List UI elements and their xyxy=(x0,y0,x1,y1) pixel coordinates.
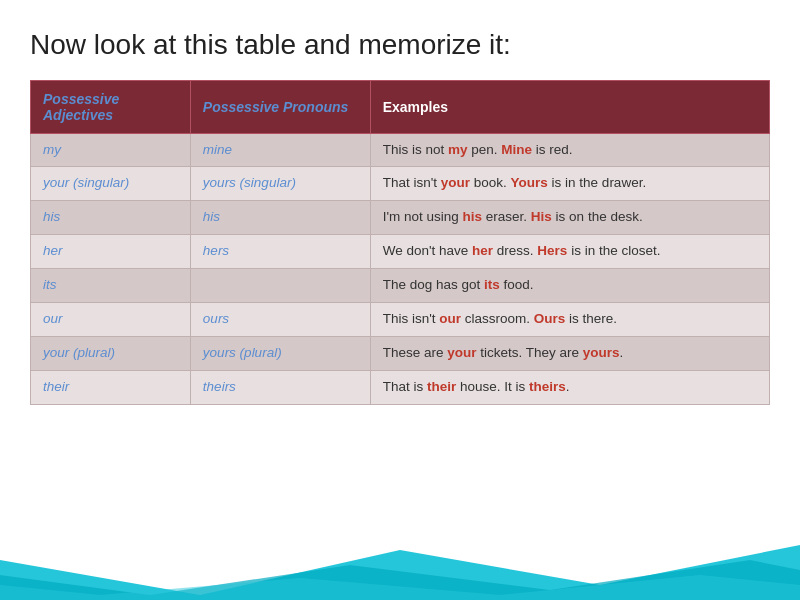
example-cell: This is not my pen. Mine is red. xyxy=(370,133,769,167)
highlight-red-text: His xyxy=(531,209,552,224)
header-adjectives: Possessive Adjectives xyxy=(31,80,191,133)
highlight-red-text: my xyxy=(448,142,468,157)
table-row: herhersWe don't have her dress. Hers is … xyxy=(31,235,770,269)
highlight-red-text: her xyxy=(472,243,493,258)
pronoun-cell xyxy=(190,269,370,303)
adjective-cell: your (singular) xyxy=(31,167,191,201)
table-row: theirtheirsThat is their house. It is th… xyxy=(31,370,770,404)
adjective-cell: our xyxy=(31,303,191,337)
slide: Now look at this table and memorize it: … xyxy=(0,0,800,600)
highlight-red-text: Yours xyxy=(511,175,548,190)
example-cell: The dog has got its food. xyxy=(370,269,769,303)
table-row: your (plural)yours (plural)These are you… xyxy=(31,336,770,370)
table-row: ouroursThis isn't our classroom. Ours is… xyxy=(31,303,770,337)
highlight-red-text: Hers xyxy=(537,243,567,258)
pronoun-cell: hers xyxy=(190,235,370,269)
highlight-red-text: yours xyxy=(583,345,620,360)
example-cell: This isn't our classroom. Ours is there. xyxy=(370,303,769,337)
header-examples: Examples xyxy=(370,80,769,133)
highlight-red-text: Mine xyxy=(501,142,532,157)
table-row: hishisI'm not using his eraser. His is o… xyxy=(31,201,770,235)
pronoun-cell: theirs xyxy=(190,370,370,404)
highlight-red-text: your xyxy=(441,175,470,190)
highlight-red-text: our xyxy=(439,311,461,326)
adjective-cell: its xyxy=(31,269,191,303)
table-row: your (singular)yours (singular)That isn'… xyxy=(31,167,770,201)
highlight-red-text: Ours xyxy=(534,311,566,326)
adjective-cell: her xyxy=(31,235,191,269)
highlight-red-text: their xyxy=(427,379,456,394)
possessive-table: Possessive Adjectives Possessive Pronoun… xyxy=(30,80,770,405)
example-cell: That is their house. It is theirs. xyxy=(370,370,769,404)
page-title: Now look at this table and memorize it: xyxy=(0,0,800,80)
table-container: Possessive Adjectives Possessive Pronoun… xyxy=(0,80,800,405)
pronoun-cell: mine xyxy=(190,133,370,167)
adjective-cell: your (plural) xyxy=(31,336,191,370)
example-cell: That isn't your book. Yours is in the dr… xyxy=(370,167,769,201)
highlight-red-text: its xyxy=(484,277,500,292)
highlight-red-text: your xyxy=(447,345,476,360)
highlight-red-text: his xyxy=(463,209,483,224)
highlight-red-text: theirs xyxy=(529,379,566,394)
example-cell: These are your tickets. They are yours. xyxy=(370,336,769,370)
pronoun-cell: his xyxy=(190,201,370,235)
example-cell: We don't have her dress. Hers is in the … xyxy=(370,235,769,269)
header-pronouns: Possessive Pronouns xyxy=(190,80,370,133)
adjective-cell: my xyxy=(31,133,191,167)
table-row: mymineThis is not my pen. Mine is red. xyxy=(31,133,770,167)
table-header-row: Possessive Adjectives Possessive Pronoun… xyxy=(31,80,770,133)
pronoun-cell: yours (plural) xyxy=(190,336,370,370)
example-cell: I'm not using his eraser. His is on the … xyxy=(370,201,769,235)
bottom-decoration xyxy=(0,540,800,600)
table-row: itsThe dog has got its food. xyxy=(31,269,770,303)
adjective-cell: his xyxy=(31,201,191,235)
adjective-cell: their xyxy=(31,370,191,404)
pronoun-cell: ours xyxy=(190,303,370,337)
pronoun-cell: yours (singular) xyxy=(190,167,370,201)
